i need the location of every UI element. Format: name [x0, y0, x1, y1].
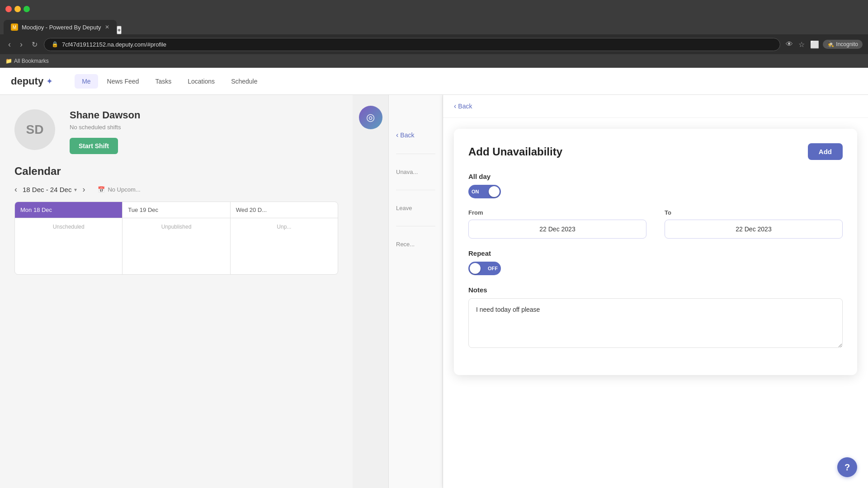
notes-label: Notes	[468, 286, 843, 294]
profile-name: Shane Dawson	[70, 109, 338, 121]
leave-section-label: Leave	[396, 197, 435, 219]
modal-header: Add Unavailability Add	[468, 143, 843, 160]
all-day-toggle[interactable]: ON	[468, 185, 501, 198]
window-controls	[5, 6, 30, 12]
all-day-toggle-container: ON	[468, 185, 843, 198]
bookmarks-bar: 📁 All Bookmarks	[0, 54, 868, 68]
from-date-input[interactable]: 22 Dec 2023	[468, 220, 646, 239]
chevron-left-icon-2: ‹	[454, 102, 456, 110]
right-panel-back-bar: ‹ Back	[443, 95, 868, 118]
back-navigation-button[interactable]: ‹	[5, 38, 14, 51]
sidebar-sections: ‹ Back Unava... Leave Rece...	[389, 95, 443, 488]
middle-strip: ◎	[353, 95, 389, 488]
calendar-prev-button[interactable]: ‹	[14, 185, 17, 194]
calendar-date-range[interactable]: 18 Dec - 24 Dec ▾	[23, 186, 77, 193]
tab-favicon: M	[11, 23, 18, 31]
back-label-1: Back	[400, 131, 414, 139]
date-range-text: 18 Dec - 24 Dec	[23, 186, 71, 193]
avatar: SD	[14, 109, 55, 150]
nav-link-tasks[interactable]: Tasks	[148, 74, 179, 89]
browser-navbar: ‹ › ↻ 🔒 7cf47d19112152.na.deputy.com/#pr…	[0, 34, 868, 54]
back-button-1[interactable]: ‹ Back	[396, 131, 414, 139]
upcoming-events: 📅 No Upcom...	[98, 186, 140, 193]
url-text: 7cf47d19112152.na.deputy.com/#profile	[62, 41, 166, 48]
modal-container: Add Unavailability Add All day ON	[443, 118, 868, 488]
calendar-next-button[interactable]: ›	[82, 185, 85, 194]
repeat-section: Repeat OFF	[468, 249, 843, 275]
profile-info: Shane Dawson No scheduled shifts Start S…	[70, 109, 338, 154]
notes-section: Notes	[468, 286, 843, 350]
calendar-day-mon: Mon 18 Dec Unscheduled	[15, 202, 123, 274]
date-row: From 22 Dec 2023 To 22 Dec 2023	[468, 209, 843, 239]
profile-status: No scheduled shifts	[70, 124, 338, 131]
calendar-day-wed: Wed 20 D... Unp...	[231, 202, 338, 274]
dropdown-icon: ▾	[74, 187, 77, 193]
repeat-toggle-container: OFF	[468, 262, 843, 275]
refresh-button[interactable]: ↻	[29, 38, 40, 51]
unavailability-section-label: Unava...	[396, 161, 435, 183]
minimize-window-button[interactable]	[14, 6, 21, 12]
calendar-grid: Mon 18 Dec Unscheduled Tue 19 Dec Unpubl…	[14, 202, 338, 275]
chevron-left-icon: ‹	[396, 131, 398, 139]
tab-close-button[interactable]: ✕	[105, 24, 109, 30]
start-shift-button[interactable]: Start Shift	[70, 138, 118, 154]
to-date-input[interactable]: 22 Dec 2023	[665, 220, 843, 239]
address-bar[interactable]: 🔒 7cf47d19112152.na.deputy.com/#profile	[44, 38, 780, 51]
from-field: From 22 Dec 2023	[468, 209, 646, 239]
all-day-section: All day ON	[468, 173, 843, 198]
date-separator	[646, 209, 665, 215]
profile-section: SD Shane Dawson No scheduled shifts Star…	[0, 95, 353, 165]
repeat-toggle[interactable]: OFF	[468, 262, 501, 275]
logo-star-icon: ✦	[46, 76, 53, 86]
bookmarks-label: All Bookmarks	[14, 58, 49, 64]
toggle-on-label: ON	[472, 189, 479, 194]
to-field: To 22 Dec 2023	[665, 209, 843, 239]
add-button[interactable]: Add	[808, 143, 843, 160]
star-icon[interactable]: ☆	[797, 38, 807, 51]
right-panel: ‹ Back Add Unavailability Add All day	[443, 95, 868, 488]
calendar-day-header-wed: Wed 20 D...	[231, 202, 338, 218]
nav-link-newsfeed[interactable]: News Feed	[100, 74, 146, 89]
eye-off-icon[interactable]: 👁	[784, 38, 795, 50]
calendar-day-body-wed: Unp...	[231, 218, 338, 272]
help-button[interactable]: ?	[837, 457, 857, 477]
upcoming-label: No Upcom...	[108, 186, 140, 193]
new-tab-button[interactable]: +	[117, 26, 122, 34]
first-back-area: ‹ Back	[396, 131, 435, 139]
nav-link-locations[interactable]: Locations	[180, 74, 222, 89]
back-button-2[interactable]: ‹ Back	[454, 102, 472, 110]
tab-title: Moodjoy - Powered By Deputy	[22, 24, 101, 31]
left-panel: SD Shane Dawson No scheduled shifts Star…	[0, 95, 353, 488]
recent-section-label: Rece...	[396, 234, 435, 255]
nav-link-schedule[interactable]: Schedule	[224, 74, 264, 89]
calendar-day-body-mon: Unscheduled	[15, 218, 122, 272]
notes-textarea[interactable]	[468, 298, 843, 348]
calendar-section: Calendar ‹ 18 Dec - 24 Dec ▾ › 📅 No Upco…	[0, 165, 353, 275]
active-tab[interactable]: M Moodjoy - Powered By Deputy ✕	[4, 20, 117, 34]
repeat-label: Repeat	[468, 249, 843, 257]
calendar-day-tue: Tue 19 Dec Unpublished	[123, 202, 230, 274]
nav-link-me[interactable]: Me	[75, 74, 98, 89]
bookmarks-folder-button[interactable]: 📁 All Bookmarks	[5, 58, 49, 64]
nav-actions: 👁 ☆ ⬜ 🕵 Incognito	[784, 38, 863, 51]
to-label: To	[665, 209, 843, 216]
maximize-window-button[interactable]	[24, 6, 30, 12]
app-logo: deputy ✦	[11, 75, 53, 87]
back-label-2: Back	[458, 103, 472, 110]
calendar-title: Calendar	[14, 165, 338, 178]
close-window-button[interactable]	[5, 6, 12, 12]
avatar-initials: SD	[26, 122, 44, 137]
incognito-icon: 🕵	[827, 41, 834, 47]
app-nav: deputy ✦ Me News Feed Tasks Locations Sc…	[0, 68, 868, 95]
from-label: From	[468, 209, 646, 216]
modal-title: Add Unavailability	[468, 145, 562, 158]
calendar-day-header-tue: Tue 19 Dec	[123, 202, 230, 218]
incognito-badge: 🕵 Incognito	[823, 40, 863, 49]
calendar-day-header-mon: Mon 18 Dec	[15, 202, 122, 218]
calendar-nav: ‹ 18 Dec - 24 Dec ▾ › 📅 No Upcom...	[14, 185, 338, 194]
repeat-toggle-thumb	[470, 263, 481, 274]
add-unavailability-modal: Add Unavailability Add All day ON	[454, 129, 857, 375]
sidebar-icon[interactable]: ⬜	[808, 38, 821, 51]
incognito-label: Incognito	[836, 41, 858, 47]
forward-navigation-button[interactable]: ›	[17, 38, 25, 51]
